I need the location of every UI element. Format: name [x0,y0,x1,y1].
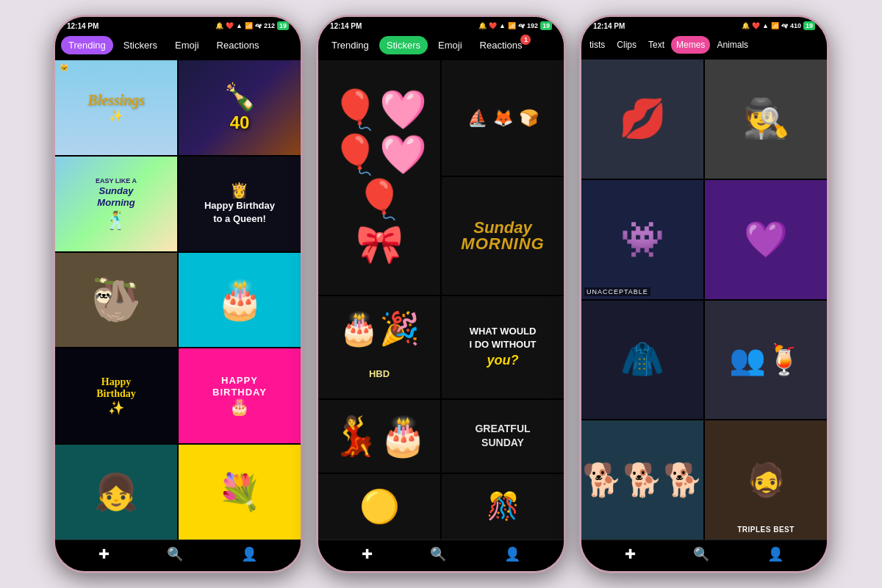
cell-sunday-morning[interactable]: EASY LIKE A SundayMorning 🕺 [55,157,177,251]
add-icon-1[interactable]: ✚ [98,546,110,562]
cell-champagne[interactable]: 🍾 40 [179,60,301,155]
profile-icon-2[interactable]: 👤 [504,546,520,562]
bottom-bar-1: ✚ 🔍 👤 [55,539,301,571]
flowers-emoji: 💐 [218,472,262,513]
cell-person-saul[interactable]: 🧔 TRIPLES BEST [705,420,827,539]
birthday-queen-text: Happy Birthdayto a Queen! [204,199,275,226]
tab-clips-3[interactable]: Clips [612,36,642,54]
tab-emoji-2[interactable]: Emoji [431,36,470,54]
status-icons-3: 🔔❤️▲📶🛩41019 [742,21,815,30]
cell-person-makeup[interactable]: 💋 [581,60,703,179]
cell-hbd[interactable]: 🎂🎉HBD [318,296,440,398]
saul-emoji: 🧔 [746,461,786,499]
cell-group-drinks[interactable]: 👥🍹 [705,301,827,420]
blessings-text: Blessings [87,92,145,109]
add-icon-3[interactable]: ✚ [625,546,636,562]
cell-what-would[interactable]: WHAT WOULDI DO WITHOUTyou? [442,296,564,398]
triples-best-label: TRIPLES BEST [705,526,827,534]
tab-reactions-2[interactable]: Reactions 1 [473,36,530,54]
tab-trending-1[interactable]: Trending [61,36,113,54]
time-1: 12:14 PM [67,22,98,30]
cell-dogs[interactable]: 🐕🐕🐕 [581,420,703,539]
tab-reactions-1[interactable]: Reactions [209,36,267,54]
tab-text-3[interactable]: Text [643,36,670,54]
nav-tabs-1: Trending Stickers Emoji Reactions [55,32,301,60]
status-bar-3: 12:14 PM 🔔❤️▲📶🛩41019 [581,17,827,32]
cell-greatful-sunday[interactable]: GREATFULSUNDAY [442,400,564,472]
cell-small-stickers[interactable]: ⛵ 🦊 🍞 [442,60,564,176]
what-would-text: WHAT WOULDI DO WITHOUTyou? [470,325,537,370]
cell-sloth[interactable]: 🦥 [55,253,177,348]
profile-icon-3[interactable]: 👤 [767,546,784,562]
dogs-emoji: 🐕🐕🐕 [582,461,703,499]
cell-homer[interactable]: 🟡 [318,474,440,539]
cell-flowers[interactable]: 💐 [179,445,301,539]
unacceptable-label: UNACCEPTABLE [584,287,650,296]
cell-sunday-morning-sticker[interactable]: SundayMORNING [442,177,564,294]
content-grid-3: 💋 🕵️ 👾 UNACCEPTABLE 💜 🧥 👥🍹 🐕🐕� [581,60,827,539]
woman-emoji: 🧥 [620,339,664,380]
person-makeup-emoji: 💋 [619,96,667,141]
bottom-bar-3: ✚ 🔍 👤 [581,539,827,571]
greatful-sunday-text: GREATFULSUNDAY [475,422,530,451]
tab-stickers-1[interactable]: Stickers [116,36,165,54]
tab-artists-3[interactable]: tists [584,36,610,54]
cell-dancer[interactable]: 💃🎂 [318,400,440,472]
cell-man-suit[interactable]: 🕵️ [705,60,827,179]
cell-sticker-extra[interactable]: 🎊 [442,474,564,539]
reactions-badge: 1 [520,35,531,45]
cake-emoji: 🎂 [216,277,264,322]
tab-emoji-1[interactable]: Emoji [168,36,207,54]
search-icon-1[interactable]: 🔍 [167,546,183,562]
phone-1: 12:14 PM 🔔❤️▲📶🛩21219 Trending Stickers E… [53,15,303,573]
monster-emoji: 👾 [620,219,664,260]
cell-happy-birthday-pink[interactable]: HAPPYBIRTHDAY 🎂 [179,348,301,443]
cell-woman-fur[interactable]: 🧥 [581,301,703,420]
happy-birthday-caps-text: HAPPYBIRTHDAY [212,375,267,398]
happy-birthday-cursive: HappyBirthday [96,376,136,400]
nav-tabs-3: tists Clips Text Memes Animals [581,32,827,60]
tab-animals-3[interactable]: Animals [711,36,753,54]
time-2: 12:14 PM [330,22,362,30]
cell-happy-birthday-dark[interactable]: HappyBirthday ✨ [55,348,177,443]
status-icons-2: 🔔❤️▲📶🛩19219 [478,21,552,30]
content-grid-2: 🎈🩷🎈🩷🎈🎀 ⛵ 🦊 🍞 SundayMORNING 🎂🎉HBD [318,60,564,539]
cell-balloons[interactable]: 🎈🩷🎈🩷🎈🎀 [318,60,440,295]
time-3: 12:14 PM [593,22,625,30]
search-icon-2[interactable]: 🔍 [430,546,446,562]
status-bar-1: 12:14 PM 🔔❤️▲📶🛩21219 [55,17,301,32]
profile-icon-1[interactable]: 👤 [241,546,257,562]
tab-stickers-2[interactable]: Stickers [379,36,428,54]
nav-tabs-2: Trending Stickers Emoji Reactions 1 [318,32,564,60]
add-icon-2[interactable]: ✚ [362,546,373,562]
cell-flower-girl[interactable]: 👧 [55,445,177,539]
group-emoji: 👥🍹 [729,343,803,377]
sloth-emoji: 🦥 [90,276,142,324]
bottom-bar-2: ✚ 🔍 👤 [318,539,564,571]
man-suit-emoji: 🕵️ [742,96,790,141]
cell-monster[interactable]: 👾 UNACCEPTABLE [581,180,703,299]
phone-3: 12:14 PM 🔔❤️▲📶🛩41019 tists Clips Text Me… [579,15,829,573]
sunday-morning-gold-text: SundayMORNING [461,220,544,252]
content-grid-1: 🐱 Blessings ✨ 🍾 40 EASY LIKE A SundayMor… [55,60,301,539]
tab-memes-3[interactable]: Memes [671,36,710,54]
flower-girl-emoji: 👧 [94,472,138,513]
cell-cake[interactable]: 🎂 [179,253,301,348]
cell-birthday-queen[interactable]: 👸 Happy Birthdayto a Queen! [179,157,301,251]
gem-emoji: 💜 [744,219,788,260]
status-bar-2: 12:14 PM 🔔❤️▲📶🛩19219 [318,17,564,32]
cell-blessings[interactable]: 🐱 Blessings ✨ [55,60,177,155]
status-icons-1: 🔔❤️▲📶🛩21219 [215,21,289,30]
search-icon-3[interactable]: 🔍 [693,546,709,562]
tab-trending-2[interactable]: Trending [324,36,376,54]
cell-purple-gem[interactable]: 💜 [705,180,827,299]
phone-2: 12:14 PM 🔔❤️▲📶🛩19219 Trending Stickers E… [316,15,566,573]
